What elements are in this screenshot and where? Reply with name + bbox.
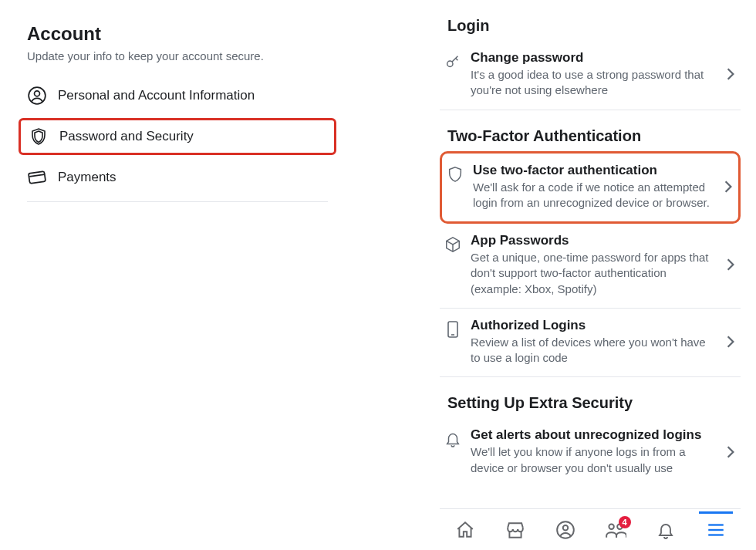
row-text: Change password It's a good idea to use … [471, 50, 716, 99]
chevron-right-icon [721, 180, 735, 194]
row-text: App Passwords Get a unique, one-time pas… [471, 233, 716, 297]
account-title: Account [27, 23, 328, 45]
sidebar-item-password-security[interactable]: Password and Security [19, 118, 336, 155]
sidebar-item-payments[interactable]: Payments [15, 158, 339, 197]
svg-point-1 [35, 91, 40, 96]
section-header-extra: Setting Up Extra Security [447, 394, 741, 412]
row-text: Use two-factor authentication We'll ask … [473, 163, 714, 211]
account-subtitle: Update your info to keep your account se… [27, 49, 328, 62]
chevron-right-icon [724, 258, 737, 272]
row-desc: We'll let you know if anyone logs in fro… [471, 444, 713, 476]
key-icon [443, 52, 463, 72]
tab-notifications[interactable] [649, 513, 683, 547]
sidebar-item-label: Password and Security [59, 129, 194, 144]
row-text: Get alerts about unrecognized logins We'… [471, 427, 716, 476]
chevron-right-icon [724, 445, 737, 459]
svg-rect-2 [29, 171, 46, 184]
tab-menu[interactable] [699, 511, 733, 545]
tab-home[interactable] [448, 513, 482, 547]
row-authorized-logins[interactable]: Authorized Logins Review a list of devic… [440, 309, 741, 378]
device-icon [443, 319, 463, 339]
row-title: Change password [471, 50, 713, 66]
sidebar-item-personal[interactable]: Personal and Account Information [15, 76, 339, 115]
section-header-2fa: Two-Factor Authentication [447, 127, 741, 145]
section-header-login: Login [447, 17, 741, 35]
groups-badge: 4 [619, 516, 631, 528]
sidebar-item-label: Payments [58, 170, 116, 185]
bottom-tab-bar: 4 [440, 508, 741, 550]
bell-outline-icon [443, 429, 463, 449]
shield-outline-icon [445, 164, 465, 184]
chevron-right-icon [724, 335, 737, 349]
security-settings-panel: Login Change password It's a good idea t… [440, 0, 741, 487]
cube-icon [443, 235, 463, 255]
svg-point-4 [447, 61, 453, 66]
person-circle-icon [27, 86, 47, 106]
row-app-passwords[interactable]: App Passwords Get a unique, one-time pas… [440, 224, 741, 309]
svg-line-3 [29, 174, 45, 177]
card-icon [27, 167, 47, 187]
row-desc: Get a unique, one-time password for apps… [471, 250, 713, 297]
svg-point-9 [609, 524, 613, 528]
row-use-2fa[interactable]: Use two-factor authentication We'll ask … [440, 151, 741, 224]
row-desc: It's a good idea to use a strong passwor… [471, 67, 713, 99]
sidebar-item-label: Personal and Account Information [58, 88, 255, 103]
row-title: Use two-factor authentication [473, 163, 710, 178]
row-title: Authorized Logins [471, 318, 713, 333]
tab-profile[interactable] [548, 513, 582, 547]
row-login-alerts[interactable]: Get alerts about unrecognized logins We'… [440, 418, 741, 487]
svg-point-8 [562, 525, 568, 531]
row-title: Get alerts about unrecognized logins [471, 427, 713, 443]
row-text: Authorized Logins Review a list of devic… [471, 318, 716, 366]
tab-marketplace[interactable] [498, 513, 532, 547]
divider [27, 201, 328, 202]
row-title: App Passwords [471, 233, 713, 248]
chevron-right-icon [724, 67, 737, 81]
tab-groups[interactable]: 4 [599, 513, 633, 547]
account-sidebar: Account Update your info to keep your ac… [15, 23, 339, 202]
row-desc: Review a list of devices where you won't… [471, 335, 713, 366]
shield-icon [29, 127, 49, 147]
row-change-password[interactable]: Change password It's a good idea to use … [440, 41, 741, 110]
row-desc: We'll ask for a code if we notice an att… [473, 180, 710, 211]
